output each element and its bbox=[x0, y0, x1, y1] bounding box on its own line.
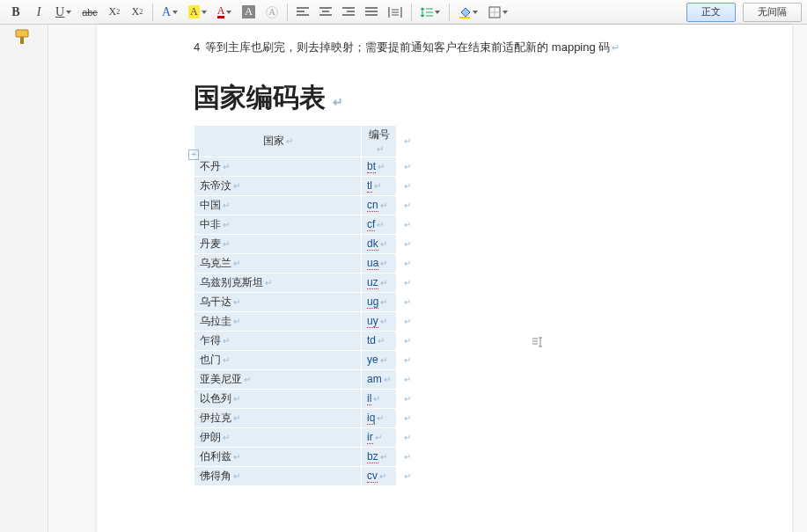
font-dropdown[interactable]: A bbox=[158, 3, 182, 22]
distribute-button[interactable] bbox=[384, 3, 407, 22]
highlight-dropdown[interactable]: A bbox=[184, 3, 211, 22]
heading-1[interactable]: 国家编码表 ↵ bbox=[194, 80, 695, 116]
cell-country[interactable]: 乍得↵ bbox=[194, 331, 362, 350]
clearfmt-glyph-icon: A bbox=[266, 6, 278, 18]
cell-country[interactable]: 亚美尼亚↵ bbox=[194, 369, 362, 389]
cell-country[interactable]: 以色列↵ bbox=[194, 389, 362, 408]
align-center-button[interactable] bbox=[315, 3, 336, 22]
cell-country[interactable]: 东帝汶↵ bbox=[194, 176, 362, 195]
cell-extra: ↵ bbox=[397, 466, 417, 485]
list-number: 4 bbox=[194, 40, 200, 54]
cell-code[interactable]: ir↵ bbox=[362, 427, 397, 447]
chevron-down-icon bbox=[172, 11, 178, 14]
style-body-button[interactable]: 正文 bbox=[686, 3, 736, 22]
align-justify-button[interactable] bbox=[361, 3, 382, 22]
table-row[interactable]: 乌兹别克斯坦↵uz↵↵ bbox=[194, 273, 417, 292]
cell-code[interactable]: am↵ bbox=[362, 369, 397, 389]
table-header-row: 国家↵ 编号↵ ↵ bbox=[194, 125, 417, 157]
table-row[interactable]: 佛得角↵cv↵↵ bbox=[194, 466, 417, 485]
strikethrough-button[interactable]: abc bbox=[77, 3, 102, 22]
workspace: 4等到主库也刷完，则去掉映射；需要提前通知客户在结束前适配新的 mapping … bbox=[0, 25, 807, 532]
cell-code[interactable]: ug↵ bbox=[362, 292, 397, 311]
table-anchor-icon[interactable]: + bbox=[188, 149, 199, 160]
table-row[interactable]: 乌克兰↵ua↵↵ bbox=[194, 253, 417, 273]
chevron-down-icon bbox=[435, 11, 440, 14]
cell-code[interactable]: tl↵ bbox=[362, 176, 397, 195]
heading-text: 国家编码表 bbox=[194, 80, 326, 116]
paint-bucket-icon bbox=[459, 6, 471, 18]
cell-code[interactable]: ua↵ bbox=[362, 253, 397, 273]
cell-code[interactable]: bt↵ bbox=[362, 157, 397, 176]
cell-extra: ↵ bbox=[397, 292, 417, 311]
table-row[interactable]: 以色列↵il↵↵ bbox=[194, 389, 417, 408]
fill-color-dropdown[interactable] bbox=[454, 3, 482, 22]
page-pane: 4等到主库也刷完，则去掉映射；需要提前通知客户在结束前适配新的 mapping … bbox=[48, 25, 807, 532]
cell-extra: ↵ bbox=[397, 253, 417, 273]
cell-country[interactable]: 乌拉圭↵ bbox=[194, 311, 362, 331]
underline-button[interactable]: U bbox=[51, 3, 76, 22]
cell-country[interactable]: 中国↵ bbox=[194, 195, 362, 215]
clear-formatting-button[interactable]: A bbox=[261, 3, 282, 22]
fontcolor-glyph-icon: A bbox=[217, 5, 225, 18]
table-row[interactable]: 乍得↵td↵↵ bbox=[194, 331, 417, 350]
cell-extra: ↵ bbox=[397, 311, 417, 331]
cell-country[interactable]: 不丹↵ bbox=[194, 157, 362, 176]
cell-code[interactable]: uz↵ bbox=[362, 273, 397, 292]
distribute-icon bbox=[388, 7, 402, 18]
cell-country[interactable]: 中非↵ bbox=[194, 215, 362, 234]
table-row[interactable]: 乌干达↵ug↵↵ bbox=[194, 292, 417, 311]
cell-country[interactable]: 也门↵ bbox=[194, 350, 362, 369]
cell-code[interactable]: uy↵ bbox=[362, 311, 397, 331]
table-row[interactable]: 也门↵ye↵↵ bbox=[194, 350, 417, 369]
cell-code[interactable]: iq↵ bbox=[362, 408, 397, 427]
cell-country[interactable]: 佛得角↵ bbox=[194, 466, 362, 485]
table-row[interactable]: 伊拉克↵iq↵↵ bbox=[194, 408, 417, 427]
superscript-button[interactable]: X2 bbox=[127, 3, 148, 22]
cell-extra: ↵ bbox=[397, 195, 417, 215]
cell-country[interactable]: 伯利兹↵ bbox=[194, 447, 362, 466]
table-row[interactable]: 乌拉圭↵uy↵↵ bbox=[194, 311, 417, 331]
cell-code[interactable]: ye↵ bbox=[362, 350, 397, 369]
cell-country[interactable]: 伊朗↵ bbox=[194, 427, 362, 447]
cell-country[interactable]: 乌兹别克斯坦↵ bbox=[194, 273, 362, 292]
document-page[interactable]: 4等到主库也刷完，则去掉映射；需要提前通知客户在结束前适配新的 mapping … bbox=[97, 25, 792, 532]
cell-code[interactable]: cf↵ bbox=[362, 215, 397, 234]
cell-country[interactable]: 伊拉克↵ bbox=[194, 408, 362, 427]
cell-code[interactable]: cn↵ bbox=[362, 195, 397, 215]
align-left-button[interactable] bbox=[292, 3, 313, 22]
bold-button[interactable]: B bbox=[5, 3, 26, 22]
svg-rect-0 bbox=[459, 17, 470, 18]
country-code-table[interactable]: 国家↵ 编号↵ ↵ 不丹↵bt↵↵东帝汶↵tl↵↵中国↵cn↵↵中非↵cf↵↵丹… bbox=[194, 125, 417, 486]
header-extra: ↵ bbox=[397, 125, 417, 157]
line-spacing-dropdown[interactable] bbox=[416, 3, 444, 22]
table-row[interactable]: 东帝汶↵tl↵↵ bbox=[194, 176, 417, 195]
table-row[interactable]: 不丹↵bt↵↵ bbox=[194, 157, 417, 176]
cell-code[interactable]: td↵ bbox=[362, 331, 397, 350]
cell-country[interactable]: 乌干达↵ bbox=[194, 292, 362, 311]
cell-code[interactable]: dk↵ bbox=[362, 234, 397, 253]
table-row[interactable]: 中非↵cf↵↵ bbox=[194, 215, 417, 234]
italic-button[interactable]: I bbox=[28, 3, 49, 22]
border-dropdown[interactable] bbox=[484, 3, 512, 22]
text-shading-button[interactable]: A bbox=[238, 3, 260, 22]
subscript-button[interactable]: X2 bbox=[104, 3, 125, 22]
paragraph-line[interactable]: 4等到主库也刷完，则去掉映射；需要提前通知客户在结束前适配新的 mapping … bbox=[194, 39, 695, 57]
table-row[interactable]: 丹麦↵dk↵↵ bbox=[194, 234, 417, 253]
font-color-dropdown[interactable]: A bbox=[213, 3, 237, 22]
table-row[interactable]: 伯利兹↵bz↵↵ bbox=[194, 447, 417, 466]
cell-country[interactable]: 丹麦↵ bbox=[194, 234, 362, 253]
style-nospace-button[interactable]: 无间隔 bbox=[743, 3, 802, 22]
cell-country[interactable]: 乌克兰↵ bbox=[194, 253, 362, 273]
align-justify-icon bbox=[365, 7, 378, 18]
table-row[interactable]: 伊朗↵ir↵↵ bbox=[194, 427, 417, 447]
cell-code[interactable]: il↵ bbox=[362, 389, 397, 408]
table-row[interactable]: 中国↵cn↵↵ bbox=[194, 195, 417, 215]
align-right-button[interactable] bbox=[338, 3, 359, 22]
format-painter-icon[interactable] bbox=[12, 28, 33, 46]
cell-code[interactable]: cv↵ bbox=[362, 466, 397, 485]
table-row[interactable]: 亚美尼亚↵am↵↵ bbox=[194, 369, 417, 389]
paragraph-text: 等到主库也刷完，则去掉映射；需要提前通知客户在结束前适配新的 mapping 码 bbox=[205, 40, 610, 54]
align-center-icon bbox=[319, 7, 332, 18]
cell-code[interactable]: bz↵ bbox=[362, 447, 397, 466]
cell-extra: ↵ bbox=[397, 176, 417, 195]
